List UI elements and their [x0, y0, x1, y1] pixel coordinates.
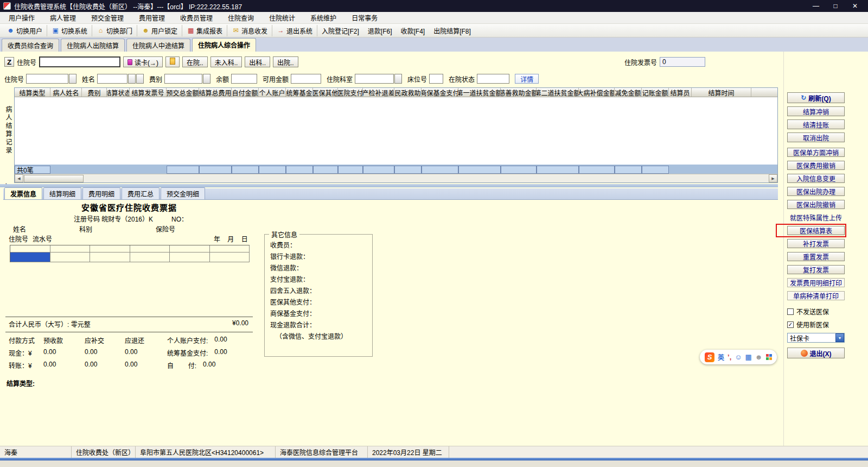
toolbar-button[interactable]: 收款[F4] [396, 25, 429, 36]
z-button[interactable]: Z [4, 57, 14, 67]
sidebar-button[interactable]: 复打发票 [787, 265, 845, 274]
column-header[interactable]: 民政救助 [394, 88, 422, 97]
sidebar-button[interactable]: 取消出院 [787, 132, 845, 142]
sidebar-button[interactable]: 单病种清单打印 [787, 291, 845, 300]
exit-button[interactable]: 退出(X) [787, 348, 845, 358]
sidebar-button[interactable]: 结算冲销 [787, 106, 845, 116]
column-header[interactable]: 结算员 [669, 88, 692, 97]
detail-button[interactable]: 详情 [515, 74, 539, 84]
sidebar-button[interactable]: 重置发票 [787, 252, 845, 261]
invoice-no-value[interactable]: 0 [660, 57, 705, 67]
toolbar-button[interactable]: 用户锁定 [137, 25, 182, 36]
column-header[interactable]: 第二道扶贫金额 [537, 88, 579, 97]
menu-item[interactable]: 收费员管理 [173, 12, 220, 23]
column-header[interactable]: 慈善救助金额 [501, 88, 537, 97]
toolbar-button[interactable]: 集成报表 [182, 25, 227, 36]
column-header[interactable]: 个人账户 [259, 88, 286, 97]
sidebar-button[interactable]: 医保结算表 [787, 226, 845, 235]
column-header[interactable]: 结算发票号 [130, 88, 167, 97]
detail-tab[interactable]: 费用明细 [82, 187, 120, 199]
folder-button[interactable] [165, 56, 180, 67]
ime-toolbox-icon[interactable] [766, 354, 772, 360]
column-header[interactable]: 统筹基金 [286, 88, 313, 97]
filter-field-input[interactable] [231, 74, 257, 84]
column-header[interactable]: 大病补偿金额 [579, 88, 615, 97]
sogou-logo-icon[interactable]: S [705, 352, 714, 362]
page-tab[interactable]: 住院病人出院结算 [61, 39, 125, 52]
sidebar-checkbox[interactable]: 使用新医保 [787, 320, 829, 329]
column-header[interactable]: 医院支付 [338, 88, 363, 97]
filter-field-input[interactable] [97, 74, 127, 84]
column-header[interactable]: 病人姓名 [50, 88, 82, 97]
column-header[interactable]: 结算总费用 [199, 88, 232, 97]
menu-item[interactable]: 预交金管理 [84, 12, 131, 23]
filter-field-button[interactable] [128, 74, 136, 84]
maximize-button[interactable]: □ [826, 0, 845, 12]
sidebar-button[interactable]: 就医特殊属性上传 [787, 213, 845, 222]
quick-filter-button[interactable]: 在院.. [182, 56, 208, 67]
page-tab[interactable]: 收费员综合查询 [2, 39, 59, 52]
column-header[interactable]: 自付金额 [232, 88, 259, 97]
sidebar-button[interactable]: 结清挂账 [787, 119, 845, 129]
menu-item[interactable]: 住院查询 [220, 12, 261, 23]
sidebar-button[interactable]: 医保出院撤销 [787, 200, 845, 209]
ime-language-toggle[interactable]: 英 [718, 352, 724, 362]
scroll-right-icon[interactable]: ▶ [769, 174, 777, 182]
filter-field-button[interactable] [203, 74, 210, 84]
scroll-left-icon[interactable]: ◀ [15, 174, 23, 182]
menu-item[interactable]: 系统维护 [303, 12, 344, 23]
page-tab[interactable]: 住院病人中途结算 [126, 39, 190, 52]
column-header[interactable]: 商保基金支付 [422, 88, 458, 97]
records-table-body[interactable] [15, 97, 777, 165]
filter-field-input[interactable] [429, 74, 443, 84]
quick-filter-button[interactable]: 未入科.. [210, 56, 242, 67]
column-header[interactable]: 医保其他 [313, 88, 338, 97]
column-header[interactable]: 结算状态 [107, 88, 130, 97]
column-header[interactable]: 结算类型 [15, 88, 50, 97]
detail-tab[interactable]: 费用汇总 [122, 187, 159, 199]
toolbar-button[interactable]: 出院结算[F8] [429, 25, 475, 36]
sidebar-button[interactable]: 医保费用撤销 [787, 161, 845, 170]
sidebar-button[interactable]: 医保单方面冲销 [787, 148, 845, 157]
sidebar-checkbox[interactable]: 不发送医保 [787, 307, 829, 316]
sidebar-button[interactable]: 补打发票 [787, 239, 845, 248]
toolbar-button[interactable]: 切换系统 [47, 25, 92, 36]
page-tab[interactable]: 住院病人综合操作 [192, 38, 256, 52]
column-header[interactable]: 预交总金额 [167, 88, 199, 97]
ime-account-icon[interactable]: ☻ [755, 354, 763, 361]
sidebar-button[interactable]: 医保出院办理 [787, 187, 845, 196]
sidebar-button[interactable]: 入院信息变更 [787, 174, 845, 183]
menu-item[interactable]: 住院统计 [261, 12, 303, 23]
detail-tab[interactable]: 结算明细 [43, 187, 81, 199]
filter-field-input[interactable] [477, 74, 509, 84]
ime-punctuation-icon[interactable]: ’, [727, 354, 731, 361]
close-button[interactable]: ✕ [845, 0, 865, 12]
chevron-down-icon[interactable]: ▼ [835, 333, 844, 342]
toolbar-button[interactable]: 入院登记[F2] [317, 25, 363, 36]
read-card-button[interactable]: 读卡(→) [123, 56, 163, 67]
column-header[interactable]: 记账金额 [642, 88, 669, 97]
column-header[interactable]: 减免金额 [615, 88, 642, 97]
column-header[interactable]: 费别 [82, 88, 107, 97]
scroll-thumb[interactable] [24, 175, 84, 182]
column-header[interactable]: 产检补退差 [363, 88, 394, 97]
sidebar-button[interactable]: 发票费用明细打印 [787, 278, 845, 287]
quick-filter-button[interactable]: 出院.. [273, 56, 298, 67]
toolbar-button[interactable]: 切换用户 [2, 25, 47, 36]
hospital-no-input[interactable] [39, 56, 120, 67]
filter-field-input[interactable] [26, 74, 68, 84]
toolbar-button[interactable]: 退出系统 [272, 25, 317, 36]
ime-emoji-icon[interactable]: ☺ [735, 354, 742, 361]
column-header[interactable]: 结算时间 [692, 88, 751, 97]
detail-tab[interactable]: 预交金明细 [161, 187, 205, 199]
menu-item[interactable]: 病人管理 [42, 12, 84, 23]
ime-keyboard-icon[interactable]: ▦ [745, 354, 752, 361]
filter-field-input[interactable] [291, 74, 321, 84]
filter-field-button[interactable] [136, 74, 144, 84]
refresh-button[interactable]: ↻ 刷新(Q) [787, 92, 845, 103]
column-header[interactable]: 第一道扶贫金额 [458, 88, 501, 97]
minimize-button[interactable]: — [806, 0, 826, 12]
menu-item[interactable]: 日常事务 [344, 12, 385, 23]
card-type-select[interactable]: 社保卡 ▼ [787, 333, 845, 343]
quick-filter-button[interactable]: 出科.. [245, 56, 270, 67]
